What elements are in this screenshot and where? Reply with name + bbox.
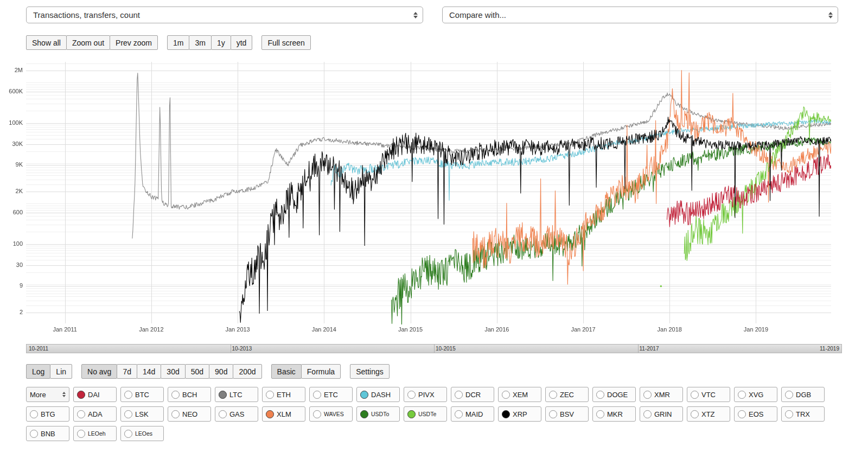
coin-xrp-radio-icon [502,410,510,418]
coin-grin[interactable]: GRIN [640,406,683,422]
coin-xvg-radio-icon [738,391,746,399]
coin-xtz[interactable]: XTZ [687,406,730,422]
period-1m-button[interactable]: 1m [167,35,189,50]
coin-xem[interactable]: XEM [498,387,541,402]
coin-leoes[interactable]: LEOes [120,426,164,441]
coin-row: BTGADALSKNEOGASXLMWAVESUSDToUSDTeMAIDXRP… [26,406,825,422]
coin-label: MKR [607,410,623,418]
coin-ltc[interactable]: LTC [215,387,258,402]
avg-button-group: No avg7d14d30d50d90d200d [81,364,262,379]
scrubber-date-label: 11-2017 [640,346,659,352]
coin-btg[interactable]: BTG [26,406,69,422]
coin-ada-radio-icon [77,410,85,418]
coin-xvg[interactable]: XVG [734,387,777,402]
coin-btc[interactable]: BTC [120,387,164,402]
coin-dash-radio-icon [360,391,368,399]
show-all-button[interactable]: Show all [26,35,67,50]
mode-basic-button[interactable]: Basic [271,364,302,379]
bottom-toolbar: LogLin No avg7d14d30d50d90d200d BasicFor… [26,364,390,379]
coin-xem-radio-icon [502,391,510,399]
period-1y-button[interactable]: 1y [211,35,231,50]
coin-gas[interactable]: GAS [215,406,258,422]
scrubber-date-label: 10-2013 [232,346,252,352]
coin-vtc-radio-icon [691,391,699,399]
avg-no-avg-button[interactable]: No avg [81,364,117,379]
prev-zoom-button[interactable]: Prev zoom [110,35,158,50]
coin-label: TRX [796,410,810,418]
coin-dgb[interactable]: DGB [781,387,825,402]
coin-label: DASH [371,391,391,399]
coin-pivx[interactable]: PIVX [404,387,447,402]
avg-90d-button[interactable]: 90d [209,364,233,379]
coin-trx[interactable]: TRX [781,406,825,422]
coin-eth[interactable]: ETH [262,387,305,402]
coin-usdte-radio-icon [407,410,416,418]
coin-maid[interactable]: MAID [451,406,494,422]
chart-toolbar: Show allZoom outPrev zoom 1m3m1yytd Full… [26,35,311,50]
avg-30d-button[interactable]: 30d [161,364,185,379]
avg-200d-button[interactable]: 200d [233,364,261,379]
coin-label: BCH [182,391,197,399]
coin-waves[interactable]: WAVES [309,406,353,422]
coin-ada[interactable]: ADA [73,406,117,422]
coin-doge[interactable]: DOGE [592,387,636,402]
coin-usdte[interactable]: USDTe [404,406,447,422]
metric-select-value: Transactions, transfers, count [33,10,140,20]
coin-dai[interactable]: DAI [73,387,117,402]
select-updown-arrows-icon [413,12,418,18]
full-screen-button[interactable]: Full screen [261,35,310,50]
period-3m-button[interactable]: 3m [189,35,211,50]
coin-label: XRP [513,410,527,418]
more-coins-select[interactable]: More [26,387,69,402]
more-select-value: More [30,391,46,399]
avg-14d-button[interactable]: 14d [137,364,161,379]
coin-dash[interactable]: DASH [356,387,400,402]
coin-xrp[interactable]: XRP [498,406,541,422]
coin-label: USDTe [418,411,436,417]
avg-50d-button[interactable]: 50d [185,364,209,379]
coin-label: XEM [513,391,528,399]
scale-button-group: LogLin [26,364,72,379]
chart-canvas[interactable] [0,60,868,337]
scrubber-tick [434,345,435,353]
scale-lin-button[interactable]: Lin [50,364,72,379]
coin-label: XLM [277,410,291,418]
coin-vtc[interactable]: VTC [687,387,730,402]
period-ytd-button[interactable]: ytd [231,35,253,50]
coin-zec[interactable]: ZEC [545,387,589,402]
mode-button-group: BasicFormula [271,364,341,379]
coin-label: DOGE [607,391,628,399]
avg-7d-button[interactable]: 7d [117,364,137,379]
coin-xlm-radio-icon [266,410,274,418]
coin-leoes-radio-icon [124,430,132,438]
zoom-out-button[interactable]: Zoom out [66,35,110,50]
coin-leoeh[interactable]: LEOeh [73,426,117,441]
coin-dgb-radio-icon [785,391,793,399]
coin-etc-radio-icon [313,391,321,399]
coin-etc[interactable]: ETC [309,387,353,402]
coin-dcr[interactable]: DCR [451,387,494,402]
coin-bch[interactable]: BCH [168,387,211,402]
coin-usdto[interactable]: USDTo [356,406,400,422]
settings-button[interactable]: Settings [350,364,390,379]
coin-xmr[interactable]: XMR [640,387,683,402]
scrubber-date-label: 10-2015 [436,346,456,352]
coin-bsv[interactable]: BSV [545,406,589,422]
mode-formula-button[interactable]: Formula [301,364,341,379]
coin-label: WAVES [324,411,344,417]
scale-log-button[interactable]: Log [26,364,50,379]
range-scrubber[interactable]: 10-201110-201310-201511-201711-2019 [26,344,842,353]
compare-select[interactable]: Compare with... [442,7,838,23]
coin-xtz-radio-icon [691,410,699,418]
coin-btc-radio-icon [124,391,132,399]
coin-eos[interactable]: EOS [734,406,777,422]
coin-mkr[interactable]: MKR [592,406,636,422]
coin-ltc-radio-icon [219,391,227,399]
coin-bnb[interactable]: BNB [26,426,69,441]
metric-select[interactable]: Transactions, transfers, count [26,7,423,23]
coin-xlm[interactable]: XLM [262,406,305,422]
coin-btg-radio-icon [30,410,38,418]
coin-neo-radio-icon [171,410,180,418]
coin-neo[interactable]: NEO [168,406,211,422]
coin-lsk[interactable]: LSK [120,406,164,422]
